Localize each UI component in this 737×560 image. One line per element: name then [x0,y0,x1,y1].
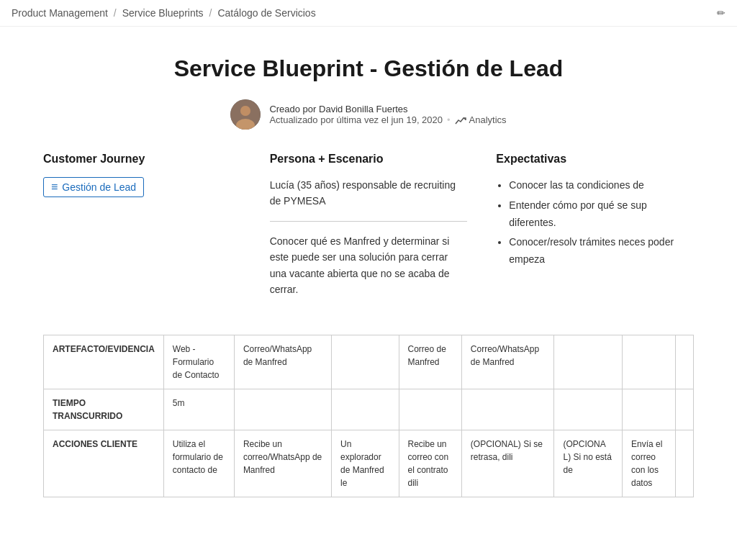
table-cell [461,389,554,430]
expectativa-item-1: Conocer las ta condiciones de [509,177,694,194]
expectativas-column: Expectativas Conocer las ta condiciones … [496,153,694,306]
table-cell: 5m [163,389,234,430]
table-row-artefacto: ARTEFACTO/EVIDENCIA Web - Formulario de … [44,335,694,389]
persona-header: Persona + Escenario [270,153,468,166]
table-cell [622,335,675,389]
journey-link-label: Gestión de Lead [62,181,136,193]
table-cell: Utiliza el formulario de contacto de [163,430,234,497]
breadcrumb-catalogo[interactable]: Catálogo de Servicios [217,7,315,19]
journey-link[interactable]: ≡ Gestión de Lead [43,177,144,197]
table-row-tiempo: TIEMPO TRANSCURRIDO 5m [44,389,694,430]
breadcrumb-sep-1: / [114,7,117,19]
table-cell: (OPCIONAL) Si se retrasa, dili [461,430,554,497]
analytics-link[interactable]: Analytics [455,114,507,125]
expectativas-list: Conocer las ta condiciones de Entender c… [496,177,694,268]
table-cell [554,389,623,430]
avatar [230,99,261,130]
table-cell [399,389,461,430]
breadcrumb-service-blueprints[interactable]: Service Blueprints [122,7,204,19]
row-header-artefacto: ARTEFACTO/EVIDENCIA [44,335,164,389]
customer-journey-header: Customer Journey [43,153,241,166]
table-cell [675,430,693,497]
table-cell: Correo de Manfred [399,335,461,389]
created-by: Creado por David Bonilla Fuertes [269,104,506,114]
table-cell [554,335,623,389]
table-cell [622,389,675,430]
page-title: Service Blueprint - Gestión de Lead [43,55,694,82]
edit-icon[interactable]: ✏ [717,7,725,19]
author-section: Creado por David Bonilla Fuertes Actuali… [43,99,694,130]
persona-text-1: Lucía (35 años) responsable de recruitin… [270,177,468,209]
expectativas-header: Expectativas [496,153,694,166]
row-header-tiempo: TIEMPO TRANSCURRIDO [44,389,164,430]
table-cell: Recibe un correo con el contrato dili [399,430,461,497]
breadcrumb-sep-2: / [209,7,212,19]
expectativa-item-2: Entender cómo por qué se sup diferentes. [509,197,694,232]
persona-column: Persona + Escenario Lucía (35 años) resp… [270,153,468,306]
table-cell: Envía el correo con los datos [622,430,675,497]
expectativa-item-3: Conocer/resolv trámites neces poder empe… [509,234,694,268]
table-cell [234,389,331,430]
table-cell: Correo/WhatsApp de Manfred [234,335,331,389]
breadcrumb: Product Management / Service Blueprints … [0,0,737,27]
blueprint-table: ARTEFACTO/EVIDENCIA Web - Formulario de … [43,335,694,497]
journey-link-icon: ≡ [51,181,58,194]
customer-journey-column: Customer Journey ≡ Gestión de Lead [43,153,241,306]
table-cell: Correo/WhatsApp de Manfred [461,335,554,389]
table-cell: Web - Formulario de Contacto [163,335,234,389]
svg-point-3 [240,106,250,116]
table-cell [331,335,399,389]
table-cell: (OPCIONA L) Si no está de [554,430,623,497]
updated-by: Actualizado por última vez el jun 19, 20… [269,114,506,125]
table-row-acciones: ACCIONES CLIENTE Utiliza el formulario d… [44,430,694,497]
columns-section: Customer Journey ≡ Gestión de Lead Perso… [43,153,694,306]
persona-text-2: Conocer qué es Manfred y determinar si e… [270,233,468,298]
table-cell: Recibe un correo/WhatsApp de Manfred [234,430,331,497]
breadcrumb-product-management[interactable]: Product Management [12,7,108,19]
author-info: Creado por David Bonilla Fuertes Actuali… [269,104,506,125]
analytics-icon [455,115,466,125]
table-cell [675,335,693,389]
table-cell: Un explorador de Manfred le [331,430,399,497]
table-cell [331,389,399,430]
row-header-acciones: ACCIONES CLIENTE [44,430,164,497]
table-cell [675,389,693,430]
persona-divider [270,221,468,222]
main-content: Service Blueprint - Gestión de Lead Crea… [0,27,737,497]
